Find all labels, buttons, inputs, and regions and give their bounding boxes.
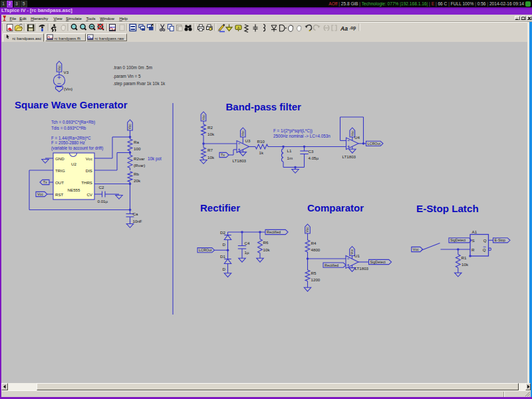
svg-text:R6: R6 (263, 240, 269, 245)
svg-text:D: D (223, 242, 226, 247)
svg-text:R10: R10 (257, 139, 265, 144)
svg-text:S: S (472, 238, 475, 243)
svg-text:A: A (237, 26, 240, 30)
svg-text:LT1803: LT1803 (342, 154, 356, 159)
svg-text:GND: GND (55, 156, 65, 161)
svg-text:Q: Q (483, 247, 486, 252)
svg-text:Vcc: Vcc (306, 227, 309, 233)
svg-text:A1: A1 (472, 229, 477, 234)
svg-text:Rectifier: Rectifier (200, 202, 240, 213)
svg-text:LCROut: LCROut (199, 248, 212, 252)
svg-text:rc bandpass.raw: rc bandpass.raw (94, 37, 124, 41)
svg-text:NE555: NE555 (68, 188, 80, 192)
svg-text:Vcc: Vcc (128, 124, 132, 130)
svg-text:R4: R4 (311, 241, 317, 245)
svg-text:4.05µ: 4.05µ (309, 156, 319, 160)
svg-text:SigDetect: SigDetect (370, 260, 386, 264)
svg-text:Ra: Ra (134, 140, 139, 144)
svg-text:C3: C3 (309, 149, 314, 154)
svg-text:Vcc: Vcc (37, 192, 43, 196)
svg-text:Tx: Tx (221, 153, 225, 157)
svg-text:Tdis = 0.693*C*Rb: Tdis = 0.693*C*Rb (51, 126, 86, 130)
svg-text:20k: 20k (134, 178, 141, 183)
svg-text:{Rvar}: {Rvar} (134, 163, 145, 168)
svg-text:10k: 10k (207, 155, 215, 160)
svg-text:R: R (471, 247, 475, 252)
svg-text:10k: 10k (207, 132, 215, 136)
svg-text:Vcc: Vcc (86, 156, 92, 161)
svg-text:R2: R2 (207, 125, 213, 130)
svg-text:4800: 4800 (311, 247, 321, 252)
svg-text:D: D (223, 267, 226, 271)
svg-text:10nF: 10nF (133, 219, 142, 223)
svg-text:Vcc: Vcc (351, 130, 354, 136)
svg-text:rc bandpass.fft: rc bandpass.fft (55, 37, 81, 41)
svg-text:OUT: OUT (55, 180, 64, 185)
svg-text:CV: CV (86, 192, 92, 197)
svg-text:L1: L1 (287, 148, 292, 153)
svg-text:C2: C2 (99, 185, 104, 190)
svg-text:R7: R7 (207, 148, 213, 152)
svg-text:Square Wave Generator: Square Wave Generator (15, 99, 128, 110)
svg-text:D2: D2 (220, 230, 225, 235)
svg-text:10k: 10k (263, 247, 271, 252)
svg-text:Band-pass filter: Band-pass filter (226, 101, 302, 112)
svg-text:2500Hz nominal -> LC=4.053n: 2500Hz nominal -> LC=4.053n (273, 134, 331, 138)
svg-text:Q: Q (483, 238, 487, 243)
svg-text:.op: .op (350, 25, 356, 31)
svg-text:Rb: Rb (134, 172, 139, 176)
svg-text:1µ: 1µ (245, 250, 249, 255)
svg-text:.tran 0 100m 0m .5m: .tran 0 100m 0m .5m (113, 65, 152, 70)
svg-text:C4: C4 (245, 241, 250, 245)
svg-text:Vcc: Vcc (350, 249, 354, 255)
svg-text:V3: V3 (64, 70, 69, 74)
svg-text:LT1803: LT1803 (355, 266, 369, 271)
svg-text:Vcc: Vcc (241, 130, 245, 136)
svg-text:D1: D1 (220, 254, 225, 259)
svg-text:Comparator: Comparator (307, 202, 364, 213)
svg-text:U4: U4 (354, 135, 360, 140)
svg-text:TRIG: TRIG (55, 168, 65, 173)
svg-text:10k: 10k (462, 262, 469, 267)
svg-text:Ca: Ca (133, 211, 138, 216)
svg-text:E-Stop: E-Stop (495, 238, 505, 242)
svg-text:100: 100 (134, 146, 141, 151)
svg-text:THRS: THRS (81, 180, 92, 185)
svg-text:Rectified: Rectified (325, 263, 338, 267)
svg-text:(variable to account for drift: (variable to account for drift) (51, 146, 103, 151)
svg-text:.param Vin = 5: .param Vin = 5 (113, 74, 141, 79)
svg-text:R5: R5 (311, 271, 317, 275)
svg-text:Vcc: Vcc (202, 114, 205, 120)
svg-text:R2var: R2var (134, 156, 145, 161)
svg-text:rc bandpass.asc: rc bandpass.asc (13, 37, 42, 41)
svg-text:R1: R1 (462, 255, 467, 260)
svg-text:U1: U1 (354, 253, 360, 258)
svg-text:Rectified: Rectified (267, 230, 281, 234)
svg-text:Vcc: Vcc (413, 247, 419, 251)
svg-text:LCROut: LCROut (368, 142, 381, 146)
svg-text:Tch = 0.693*C*(Ra+Rb): Tch = 0.693*C*(Ra+Rb) (51, 120, 95, 125)
svg-text:1200: 1200 (311, 277, 321, 282)
svg-text:E-Stop Latch: E-Stop Latch (416, 203, 479, 214)
svg-text:LT1803: LT1803 (233, 158, 247, 163)
svg-text:Vcc: Vcc (58, 65, 61, 71)
svg-text:SigDetect: SigDetect (450, 238, 466, 242)
svg-text:Tx: Tx (43, 180, 47, 184)
svg-text:U3: U3 (245, 138, 251, 143)
svg-text:1k: 1k (259, 150, 264, 155)
svg-text:U2: U2 (71, 162, 76, 166)
svg-text:10k pot: 10k pot (148, 156, 162, 162)
svg-text:RST: RST (55, 192, 64, 197)
svg-text:.step param Rvar 1k 10k 1k: .step param Rvar 1k 10k 1k (113, 81, 166, 86)
svg-text:DIS: DIS (86, 168, 92, 173)
svg-text:{Vin}: {Vin} (64, 86, 72, 91)
svg-text:1m: 1m (287, 156, 293, 160)
svg-text:F = 2050-2880 Hz: F = 2050-2880 Hz (51, 140, 85, 145)
svg-text:0.01µ: 0.01µ (98, 199, 108, 203)
